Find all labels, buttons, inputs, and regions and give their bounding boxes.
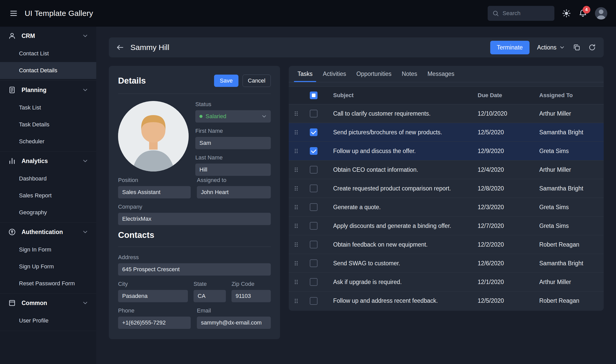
sidebar-item-dashboard[interactable]: Dashboard [0,170,96,187]
drag-handle-icon[interactable] [289,279,304,285]
position-label: Position [118,177,191,184]
drag-handle-icon[interactable] [289,148,304,154]
task-subject: Create requested product comparison repo… [324,185,478,192]
tab-tasks[interactable]: Tasks [292,66,318,82]
task-row[interactable]: Follow up and discuss the offer. 12/9/20… [289,142,604,160]
search-box[interactable] [488,6,554,21]
drag-handle-icon[interactable] [289,111,304,116]
task-row[interactable]: Obtain feedback on new equipment. 12/2/2… [289,235,604,254]
column-header-subject[interactable]: Subject [324,92,478,99]
sidebar-item-scheduler[interactable]: Scheduler [0,133,96,150]
sidebar-item-contact-list[interactable]: Contact List [0,45,96,62]
assigned-to-field[interactable] [197,186,271,198]
row-checkbox[interactable] [310,203,317,211]
state-field[interactable] [194,290,226,302]
tab-messages[interactable]: Messages [422,66,459,82]
task-row[interactable]: Obtain CEO contact information. 12/4/202… [289,160,604,179]
task-row[interactable]: Follow up and address recent feedback. 1… [289,291,604,310]
sidebar-group-analytics[interactable]: Analytics [0,152,96,170]
notification-badge: 4 [583,6,590,14]
theme-toggle-sun-icon[interactable] [562,9,571,18]
drag-handle-icon[interactable] [289,204,304,210]
task-subject: Apply discounts and generate a binding o… [324,223,478,229]
sidebar-item-sales-report[interactable]: Sales Report [0,187,96,204]
task-row[interactable]: Send SWAG to customer. 12/6/2020 Samanth… [289,254,604,273]
sidebar-group-crm[interactable]: CRM [0,27,96,45]
chevron-down-icon [82,33,89,39]
drag-handle-icon[interactable] [289,186,304,191]
clipboard-icon [8,86,16,94]
task-row[interactable]: Generate a quote. 12/3/2020 Greta Sims [289,198,604,217]
actions-dropdown-button[interactable]: Actions [537,44,565,51]
first-name-field[interactable] [195,137,271,149]
sidebar-group-authentication[interactable]: Authentication [0,223,96,241]
copy-icon[interactable] [573,44,581,51]
tab-notes[interactable]: Notes [397,66,422,82]
search-input[interactable] [503,10,550,17]
address-field[interactable] [118,263,271,276]
sidebar-group-planning[interactable]: Planning [0,81,96,99]
terminate-button[interactable]: Terminate [490,41,530,54]
sidebar-item-geography[interactable]: Geography [0,204,96,221]
status-dot-icon [199,115,203,118]
zip-code-field[interactable] [232,290,271,302]
user-avatar[interactable] [595,7,607,19]
drag-handle-icon[interactable] [289,129,304,135]
sidebar-item-reset-password-form[interactable]: Reset Password Form [0,275,96,292]
task-row[interactable]: Call to clarify customer requirements. 1… [289,104,604,123]
last-name-field[interactable] [195,164,271,176]
sidebar-item-contact-details[interactable]: Contact Details [0,62,96,79]
sidebar: CRMContact ListContact DetailsPlanningTa… [0,27,96,364]
row-checkbox[interactable] [310,278,317,286]
row-checkbox[interactable] [310,241,317,248]
drag-handle-icon[interactable] [289,260,304,266]
task-assigned-to: Arthur Miller [539,110,604,117]
email-field[interactable] [197,317,271,329]
row-checkbox[interactable] [310,110,317,117]
save-button[interactable]: Save [214,75,238,87]
row-checkbox[interactable] [310,166,317,174]
company-field[interactable] [118,213,271,225]
task-row[interactable]: Ask if upgrade is required. 12/1/2020 Ar… [289,273,604,291]
row-checkbox[interactable] [310,147,317,155]
person-icon [8,32,16,40]
row-checkbox[interactable] [310,259,317,267]
drag-handle-icon[interactable] [289,298,304,304]
drag-handle-icon[interactable] [289,223,304,229]
sidebar-item-sign-in-form[interactable]: Sign In Form [0,241,96,258]
back-arrow-icon[interactable] [116,43,124,52]
select-all-checkbox[interactable] [310,92,317,99]
contact-details-panel: Details Save Cancel [109,66,280,339]
refresh-icon[interactable] [588,44,596,51]
bar-chart-icon [8,157,16,165]
city-field[interactable] [118,290,188,302]
sidebar-item-sign-up-form[interactable]: Sign Up Form [0,258,96,275]
tab-activities[interactable]: Activities [318,66,351,82]
sidebar-group-common[interactable]: Common [0,294,96,312]
task-assigned-to: Greta Sims [539,223,604,229]
row-checkbox[interactable] [310,222,317,230]
row-checkbox[interactable] [310,128,317,136]
sidebar-item-user-profile[interactable]: User Profile [0,312,96,329]
column-header-due-date[interactable]: Due Date [478,92,539,99]
task-row[interactable]: Send pictures/brochures of new products.… [289,123,604,142]
task-subject: Generate a quote. [324,204,478,211]
drag-handle-icon[interactable] [289,167,304,173]
task-row[interactable]: Apply discounts and generate a binding o… [289,217,604,235]
cancel-button[interactable]: Cancel [243,75,271,87]
task-row[interactable]: Create requested product comparison repo… [289,179,604,198]
status-select[interactable]: Salaried [195,110,271,123]
page-title: Sammy Hill [130,43,169,52]
sidebar-item-task-details[interactable]: Task Details [0,116,96,133]
drag-handle-icon[interactable] [289,242,304,247]
row-checkbox[interactable] [310,185,317,192]
position-field[interactable] [118,186,191,198]
phone-field[interactable] [118,317,191,329]
sidebar-item-task-list[interactable]: Task List [0,99,96,116]
tasks-table-body: Call to clarify customer requirements. 1… [289,104,604,310]
row-checkbox[interactable] [310,297,317,305]
column-header-assigned-to[interactable]: Assigned To [539,92,604,99]
task-subject: Obtain feedback on new equipment. [324,241,478,248]
hamburger-menu-icon[interactable] [9,9,18,18]
tab-opportunities[interactable]: Opportunities [351,66,397,82]
